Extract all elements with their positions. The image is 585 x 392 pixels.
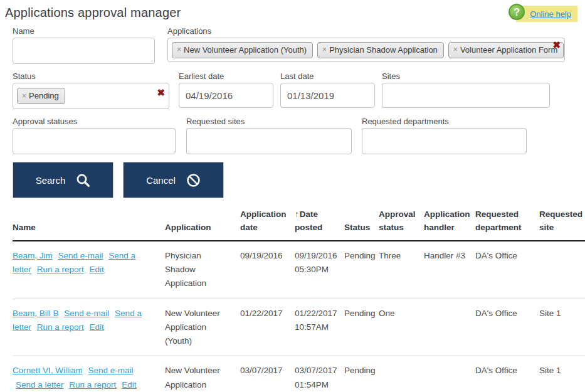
applicant-name-link[interactable]: Beam, Bill B xyxy=(13,309,59,318)
header-requested-department[interactable]: Requested department xyxy=(475,204,539,241)
date-posted-cell: 01/22/201710:57AM xyxy=(295,299,344,356)
applications-table: Name Application Application date ↑Date … xyxy=(13,204,585,392)
date-posted-cell: 09/19/201605:30PM xyxy=(295,241,344,299)
applicant-name-link[interactable]: Cornett VI, William xyxy=(13,366,83,375)
applications-multiselect[interactable]: ×New Volunteer Application (Youth) ×Phys… xyxy=(167,38,565,62)
header-date-posted[interactable]: ↑Date posted xyxy=(295,204,344,241)
question-mark-icon: ? xyxy=(509,4,525,20)
last-date-input[interactable] xyxy=(280,83,375,108)
table-row: Beam, Bill B Send e-mail Send a letter R… xyxy=(13,299,585,356)
header-status[interactable]: Status xyxy=(344,204,379,241)
application-handler-cell xyxy=(424,356,475,392)
run-report-link[interactable]: Run a report xyxy=(69,380,116,389)
name-input[interactable] xyxy=(13,38,155,64)
online-help-link[interactable]: ? Online help xyxy=(516,6,577,22)
sort-ascending-icon: ↑ xyxy=(295,209,299,219)
application-handler-cell: Handler #3 xyxy=(424,241,475,299)
sites-label: Sites xyxy=(382,72,550,81)
remove-tag-icon[interactable]: × xyxy=(453,45,458,54)
application-cell: New Volunteer Application (Youth) xyxy=(165,356,240,392)
table-row: Cornett VI, William Send e-mail Send a l… xyxy=(13,356,585,392)
application-tag[interactable]: ×New Volunteer Application (Youth) xyxy=(172,42,313,58)
send-email-link[interactable]: Send e-mail xyxy=(58,251,103,260)
applications-approval-manager-page: Applications approval manager ? Online h… xyxy=(0,0,585,392)
sites-input[interactable] xyxy=(382,83,550,108)
status-tag[interactable]: ×Pending xyxy=(17,88,65,104)
approval-statuses-input[interactable] xyxy=(13,128,176,154)
table-row: Beam, Jim Send e-mail Send a letter Run … xyxy=(13,241,585,299)
requested-site-cell xyxy=(539,241,585,299)
no-entry-icon xyxy=(186,173,201,188)
status-cell: Pending xyxy=(344,241,379,299)
magnifier-icon xyxy=(76,173,90,188)
button-row: Search Cancel xyxy=(13,162,585,198)
applicant-name-link[interactable]: Beam, Jim xyxy=(13,251,53,260)
application-date-cell: 03/07/2017 xyxy=(240,356,295,392)
requested-department-cell: DA's Office xyxy=(475,241,539,299)
application-cell: Physician Shadow Application xyxy=(165,241,240,299)
header-approval-status[interactable]: Approval status xyxy=(379,204,424,241)
application-date-cell: 09/19/2016 xyxy=(240,241,295,299)
send-email-link[interactable]: Send e-mail xyxy=(64,309,109,318)
search-button[interactable]: Search xyxy=(13,162,113,198)
online-help-label: Online help xyxy=(530,9,571,19)
requested-sites-input[interactable] xyxy=(186,128,352,154)
clear-status-icon[interactable]: ✖ xyxy=(157,88,165,97)
status-cell: Pending xyxy=(344,356,379,392)
edit-link[interactable]: Edit xyxy=(90,265,104,274)
requested-site-cell: Site 1 xyxy=(539,299,585,356)
requested-site-cell: Site 1 xyxy=(539,356,585,392)
header-application[interactable]: Application xyxy=(165,204,240,241)
application-tag[interactable]: ×Physician Shadow Application xyxy=(317,42,444,58)
search-form: Name Applications ×New Volunteer Applica… xyxy=(13,26,572,154)
requested-departments-input[interactable] xyxy=(362,128,527,154)
cancel-button[interactable]: Cancel xyxy=(123,162,224,198)
application-handler-cell xyxy=(424,299,475,356)
name-label: Name xyxy=(13,26,155,36)
status-cell: Pending xyxy=(344,299,379,356)
topbar: Applications approval manager ? Online h… xyxy=(0,0,585,22)
header-application-date[interactable]: Application date xyxy=(240,204,295,241)
send-letter-link[interactable]: Send a letter xyxy=(16,380,64,389)
approval-status-cell xyxy=(379,356,424,392)
header-application-handler[interactable]: Application handler xyxy=(424,204,475,241)
last-date-label: Last date xyxy=(280,72,375,81)
run-report-link[interactable]: Run a report xyxy=(37,265,84,274)
requested-sites-label: Requested sites xyxy=(186,117,352,126)
run-report-link[interactable]: Run a report xyxy=(37,322,84,332)
requested-departments-label: Requested departments xyxy=(362,117,527,126)
application-tag[interactable]: ×Volunteer Application Form xyxy=(448,42,564,58)
approval-statuses-label: Approval statuses xyxy=(13,117,176,126)
edit-link[interactable]: Edit xyxy=(90,322,104,332)
clear-applications-icon[interactable]: ✖ xyxy=(552,40,561,50)
earliest-date-label: Earliest date xyxy=(179,72,273,81)
table-header-row: Name Application Application date ↑Date … xyxy=(13,204,585,241)
remove-tag-icon[interactable]: × xyxy=(22,92,26,100)
edit-link[interactable]: Edit xyxy=(122,380,136,389)
send-email-link[interactable]: Send e-mail xyxy=(88,366,134,375)
requested-department-cell: DA's Office xyxy=(475,299,539,356)
approval-status-cell: Three xyxy=(379,241,424,299)
date-posted-cell: 03/07/201701:54PM xyxy=(295,356,344,392)
requested-department-cell: DA's Office xyxy=(475,356,539,392)
cancel-button-label: Cancel xyxy=(146,175,176,186)
earliest-date-input[interactable] xyxy=(179,83,273,108)
header-requested-site[interactable]: Requested site xyxy=(539,204,585,241)
application-date-cell: 01/22/2017 xyxy=(240,299,295,356)
remove-tag-icon[interactable]: × xyxy=(322,45,327,54)
status-label: Status xyxy=(13,72,169,81)
header-name[interactable]: Name xyxy=(13,204,165,241)
status-multiselect[interactable]: ×Pending ✖ xyxy=(13,83,169,109)
application-cell: New Volunteer Application (Youth) xyxy=(165,299,240,356)
remove-tag-icon[interactable]: × xyxy=(177,45,181,54)
search-button-label: Search xyxy=(36,175,66,186)
applications-label: Applications xyxy=(167,26,565,36)
page-title: Applications approval manager xyxy=(5,6,181,20)
approval-status-cell: One xyxy=(379,299,424,356)
